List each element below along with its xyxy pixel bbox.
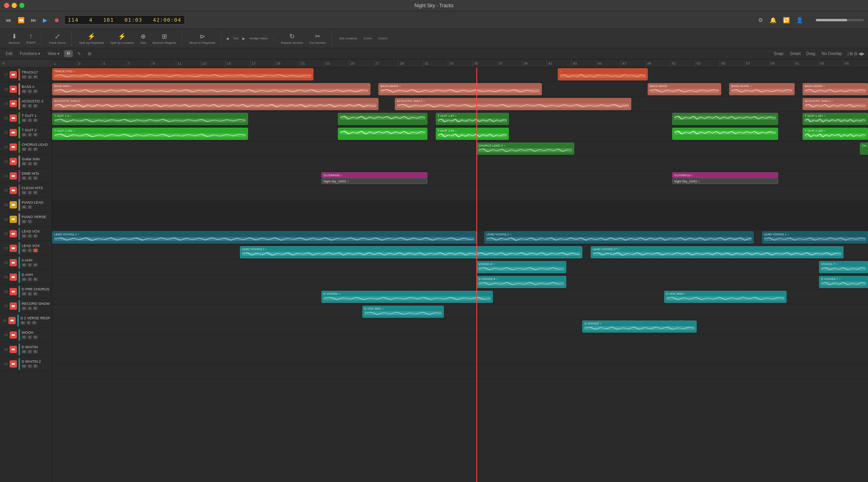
track-41-mute[interactable]: M xyxy=(22,364,26,368)
track-item-24[interactable]: 24 DIME HITs M S R xyxy=(0,169,52,183)
track-23-solo[interactable]: S xyxy=(28,162,32,165)
clip-acoustic-1[interactable]: ACOUSTIC 2#02.2 ○ xyxy=(52,98,378,110)
clip-dprechorus-1[interactable]: D VOX#01 ○ xyxy=(321,291,493,303)
track-24-record[interactable]: R xyxy=(33,176,38,180)
track-item-40[interactable]: 40 D WAITIN M S R xyxy=(0,342,52,357)
track-17-record[interactable]: R xyxy=(33,75,38,79)
clip-choruslead-1[interactable]: CHORUS LEAD.3 ○ xyxy=(476,143,574,155)
colors-button[interactable]: Colors xyxy=(376,35,390,42)
clip-tguit1-2[interactable] xyxy=(338,113,428,125)
track-item-19[interactable]: 19 ACOUSTIC 2 M S R xyxy=(0,96,52,111)
track-31-solo[interactable]: S xyxy=(28,220,32,223)
bounce-regions-button[interactable]: ⊞ Bounce Regions xyxy=(150,31,179,46)
clip-leadvox33-1[interactable]: LEAD VOX#03.7 ○ xyxy=(240,246,583,258)
repeat-section-button[interactable]: ↻ Repeat Section xyxy=(278,31,305,46)
track-item-20[interactable]: 20 T GUIT 1 M S R xyxy=(0,111,52,125)
track-17-mute[interactable]: M xyxy=(22,75,26,79)
clip-tguit1-3[interactable]: T GUIT 1.87 ○ xyxy=(436,113,509,125)
track-35-mute[interactable]: M xyxy=(22,278,26,281)
clip-tguit2-5[interactable]: T GUIT 2.165 ○ xyxy=(803,128,868,140)
track-19-mute[interactable]: M xyxy=(22,104,26,108)
track-19-record[interactable]: R xyxy=(33,104,38,108)
track-item-21[interactable]: 21 T GUIT 2 M S R xyxy=(0,125,52,140)
rewind-button[interactable]: ⏮ xyxy=(4,16,13,24)
clip-tguit2-1[interactable]: T GUIT 2.166 ○ xyxy=(52,128,248,140)
cut-section-button[interactable]: ✂ Cut Section xyxy=(307,31,328,46)
clip-dimehits-1[interactable]: Night Sky_10#01 ○ xyxy=(321,178,427,184)
track-31-mute[interactable]: M xyxy=(22,220,26,223)
track-20-record[interactable]: R xyxy=(33,118,38,122)
set-locators-button[interactable]: Set Locators xyxy=(337,35,360,42)
track-24-solo[interactable]: S xyxy=(28,176,32,180)
track-18-solo[interactable]: S xyxy=(28,90,32,93)
clip-bassa-4[interactable]: BASS AC#01 ○ xyxy=(729,83,795,95)
track-39-record[interactable]: R xyxy=(33,335,38,339)
track-19-solo[interactable]: S xyxy=(28,104,32,108)
track-32-mute[interactable]: M xyxy=(22,234,26,238)
snap-value[interactable]: Smart xyxy=(787,51,803,57)
clip-dimehits-2[interactable]: Night Sky_10#02 ○ xyxy=(672,178,778,184)
track-item-39[interactable]: 39 WOOH M S R xyxy=(0,328,52,342)
clip-leadvox32-3[interactable]: LEAD VOX#01.1 ○ xyxy=(762,231,868,243)
track-33-solo[interactable]: S xyxy=(28,249,32,252)
track-33-mute[interactable]: M xyxy=(22,249,26,252)
skip-back-button[interactable]: ⏭ xyxy=(29,16,38,24)
clip-track17-2[interactable]: ○ xyxy=(558,68,648,80)
timeline-ruler[interactable]: 1357911131517192123252729313335373941434… xyxy=(52,59,868,67)
track-30-solo[interactable]: S xyxy=(28,205,32,209)
track-39-solo[interactable]: S xyxy=(28,335,32,339)
clip-dahh-2[interactable]: D VOX#02.7 ○ xyxy=(819,276,868,288)
track-25-solo[interactable]: S xyxy=(28,191,32,194)
track-33-record[interactable]: R xyxy=(33,249,38,252)
track-41-record[interactable]: R xyxy=(33,364,38,368)
clip-guitarsolo-1[interactable]: GUITAR#08 ○ xyxy=(321,172,427,178)
track-item-18[interactable]: 18 BASS A M S R xyxy=(0,82,52,96)
track-item-17[interactable]: 17 TRACK17 M S R xyxy=(0,67,52,82)
track-40-solo[interactable]: S xyxy=(28,350,32,353)
zoom-toolbar-button[interactable]: Zoom xyxy=(361,35,374,42)
track-37-solo[interactable]: S xyxy=(28,306,32,310)
clip-tguit1-1[interactable]: T GUIT 1.3 ○ xyxy=(52,113,248,125)
tool-button-2[interactable]: ✎ xyxy=(75,51,83,57)
fast-backward-button[interactable]: ⏪ xyxy=(16,16,26,24)
track-21-solo[interactable]: S xyxy=(28,133,32,137)
tracks-canvas[interactable]: TRACK17#01 ○ ○ BASS A#01 ○ xyxy=(52,67,868,482)
track-25-mute[interactable]: M xyxy=(22,191,26,194)
volume-slider[interactable] xyxy=(816,19,864,21)
clip-dprechorus-2[interactable]: D VOX 2#02 ○ xyxy=(664,291,787,303)
track-24-mute[interactable]: M xyxy=(22,176,26,180)
track-item-25[interactable]: 25 CLEAN HITS M S R xyxy=(0,183,52,198)
clip-bassa-1[interactable]: BASS A#01 ○ xyxy=(52,83,370,95)
clip-choruslead-2[interactable]: CHORUS LEA xyxy=(860,143,868,155)
clip-acoustic-2[interactable]: ACOUSTIC 2#02.2 ○ xyxy=(395,98,632,110)
clip-tguit1-5[interactable]: T GUIT 1.167 ○ xyxy=(803,113,868,125)
clip-dahh-1[interactable]: D VOX#02.6 ○ xyxy=(476,276,566,288)
close-button[interactable] xyxy=(4,3,9,8)
split-by-playhead-button[interactable]: ⚡ Split by Playhead xyxy=(77,31,106,46)
nudge-value-button[interactable]: Nudge Value xyxy=(247,35,270,42)
track-item-32[interactable]: 32 LEAD VOX M S R xyxy=(0,227,52,241)
track-item-22[interactable]: 22 CHORUS LEAD M S R xyxy=(0,140,52,154)
clip-tguit2-2[interactable] xyxy=(338,128,428,140)
track-23-mute[interactable]: M xyxy=(22,162,26,165)
clip-aahh-1[interactable]: VOX#01.8 ○ xyxy=(476,261,566,273)
clip-leadvox32-1[interactable]: LEAD VOX#01.1 ○ xyxy=(52,231,476,243)
track-39-mute[interactable]: M xyxy=(22,335,26,339)
track-item-38[interactable]: 38 D 2 VERSE RESP M S R xyxy=(0,313,52,328)
track-item-35[interactable]: 35 D AHH M S R xyxy=(0,270,52,284)
track-22-mute[interactable]: M xyxy=(22,147,26,151)
metronome-button[interactable]: 🔔 xyxy=(768,16,778,24)
track-37-mute[interactable]: M xyxy=(22,306,26,310)
track-37-record[interactable]: R xyxy=(33,306,38,310)
user-button[interactable]: 👤 xyxy=(795,16,805,24)
track-36-solo[interactable]: S xyxy=(28,292,32,296)
view-button[interactable]: View ▾ xyxy=(45,51,61,57)
track-21-record[interactable]: R xyxy=(33,133,38,137)
clip-tguit2-4[interactable] xyxy=(672,128,778,140)
tool-button-3[interactable]: ⊞ xyxy=(85,51,94,57)
minimize-button[interactable] xyxy=(12,3,17,8)
track-36-mute[interactable]: M xyxy=(22,292,26,296)
track-item-30[interactable]: 30 PIANO LEAD M S xyxy=(0,198,52,212)
window-controls[interactable] xyxy=(4,3,24,8)
track-item-31[interactable]: 31 PIANO VERSE M S xyxy=(0,212,52,227)
